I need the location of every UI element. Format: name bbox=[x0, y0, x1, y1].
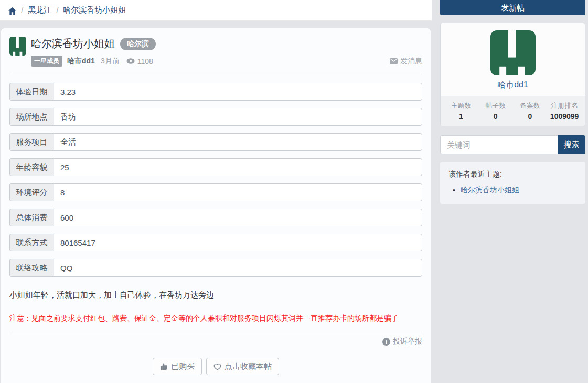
recent-topic-link[interactable]: 哈尔滨香坊小姐姐 bbox=[461, 185, 519, 195]
search-button[interactable]: 搜索 bbox=[558, 135, 585, 154]
field-label: 总体消费 bbox=[9, 209, 54, 226]
breadcrumb-link-current[interactable]: 哈尔滨香坊小姐姐 bbox=[63, 5, 126, 15]
scam-warning: 注意：见面之前要求支付红包、路费、保证金、定金等的个人兼职和对服务项目闪烁其词并… bbox=[9, 314, 422, 323]
post-fields: 体验日期 3.23 场所地点 香坊 服务项目 全活 年龄容貌 25 环境评分 8… bbox=[9, 83, 422, 277]
author-profile-card: 哈市dd1 主题数 1 帖子数 0 备案数 0 注册排名 1009099 bbox=[440, 23, 585, 126]
envelope-icon bbox=[390, 58, 398, 64]
field-row-location: 场所地点 香坊 bbox=[9, 108, 422, 126]
field-label: 场所地点 bbox=[9, 108, 54, 126]
field-value: 600 bbox=[54, 209, 422, 226]
post-card: 哈尔滨香坊小姐姐 哈尔滨 一星成员 哈市dd1 3月前 1108 发消息 bbox=[1, 28, 431, 383]
post-meta: 一星成员 哈市dd1 3月前 1108 发消息 bbox=[31, 56, 422, 67]
field-label: 环境评分 bbox=[9, 183, 54, 201]
header-divider bbox=[9, 74, 422, 74]
footer-divider bbox=[9, 332, 422, 332]
thumbs-up-icon bbox=[160, 363, 168, 370]
favorite-button[interactable]: 点击收藏本帖 bbox=[206, 358, 279, 375]
bullet: • bbox=[453, 186, 455, 194]
post-time: 3月前 bbox=[101, 57, 120, 66]
info-icon: i bbox=[382, 338, 390, 346]
profile-stats: 主题数 1 帖子数 0 备案数 0 注册排名 1009099 bbox=[441, 96, 585, 126]
list-item: • 哈尔滨香坊小姐姐 bbox=[448, 185, 577, 195]
heart-outline-icon bbox=[213, 363, 221, 370]
field-label: 服务项目 bbox=[9, 133, 54, 151]
field-label: 体验日期 bbox=[9, 83, 54, 101]
recent-topics-title: 该作者最近主题: bbox=[448, 170, 577, 179]
author-name[interactable]: 哈市dd1 bbox=[67, 57, 95, 66]
field-value: 25 bbox=[54, 158, 422, 176]
sidebar: 发新帖 哈市dd1 主题数 1 帖子数 0 备案 bbox=[432, 0, 588, 383]
site-logo-icon bbox=[9, 37, 26, 56]
field-value: 8 bbox=[54, 183, 422, 201]
breadcrumb-separator: / bbox=[56, 6, 58, 15]
field-value: QQ bbox=[54, 259, 422, 277]
field-row-contact-method: 联络攻略 QQ bbox=[9, 259, 422, 277]
field-row-contact: 联系方式 80165417 bbox=[9, 234, 422, 251]
breadcrumb: / 黑龙江 / 哈尔滨香坊小姐姐 bbox=[0, 0, 432, 21]
post-header: 哈尔滨香坊小姐姐 哈尔滨 一星成员 哈市dd1 3月前 1108 发消息 bbox=[9, 37, 422, 67]
field-row-age: 年龄容貌 25 bbox=[9, 158, 422, 176]
purchased-button[interactable]: 已购买 bbox=[153, 358, 202, 375]
home-icon[interactable] bbox=[8, 7, 16, 15]
eye-icon bbox=[126, 58, 135, 64]
page-title: 哈尔滨香坊小姐姐 bbox=[31, 37, 115, 51]
field-row-cost: 总体消费 600 bbox=[9, 209, 422, 226]
breadcrumb-separator: / bbox=[21, 6, 23, 15]
field-value: 3.23 bbox=[54, 83, 422, 101]
member-level-badge: 一星成员 bbox=[31, 56, 62, 67]
send-message-link[interactable]: 发消息 bbox=[390, 57, 422, 66]
post-body: 小姐姐年轻，活就口加大，加上自己体验，在香坊万达旁边 bbox=[9, 290, 422, 300]
recent-topics-card: 该作者最近主题: • 哈尔滨香坊小姐姐 bbox=[440, 162, 585, 204]
stat-topics: 主题数 1 bbox=[444, 101, 478, 121]
field-label: 联络攻略 bbox=[9, 259, 54, 277]
field-value: 香坊 bbox=[54, 108, 422, 126]
search-input[interactable] bbox=[440, 135, 558, 154]
field-label: 年龄容貌 bbox=[9, 158, 54, 176]
post-actions: 已购买 点击收藏本帖 bbox=[9, 358, 422, 375]
field-row-service: 服务项目 全活 bbox=[9, 133, 422, 151]
stat-posts: 帖子数 0 bbox=[478, 101, 513, 121]
report-link[interactable]: i 投诉举报 bbox=[9, 337, 422, 346]
stat-rank: 注册排名 1009099 bbox=[547, 101, 582, 121]
main-column: / 黑龙江 / 哈尔滨香坊小姐姐 哈尔滨香坊小姐姐 哈尔滨 一星成员 bbox=[0, 0, 432, 383]
field-row-experience-date: 体验日期 3.23 bbox=[9, 83, 422, 101]
new-post-button[interactable]: 发新帖 bbox=[440, 0, 585, 15]
profile-username[interactable]: 哈市dd1 bbox=[441, 80, 585, 91]
search-bar: 搜索 bbox=[440, 135, 585, 154]
stat-records: 备案数 0 bbox=[513, 101, 548, 121]
avatar[interactable] bbox=[490, 30, 536, 75]
field-label: 联系方式 bbox=[9, 234, 54, 251]
field-value: 80165417 bbox=[54, 234, 422, 251]
view-count: 1108 bbox=[126, 57, 153, 65]
breadcrumb-link-province[interactable]: 黑龙江 bbox=[28, 5, 51, 15]
field-value: 全活 bbox=[54, 133, 422, 151]
region-badge: 哈尔滨 bbox=[120, 38, 156, 50]
field-row-environment: 环境评分 8 bbox=[9, 183, 422, 201]
